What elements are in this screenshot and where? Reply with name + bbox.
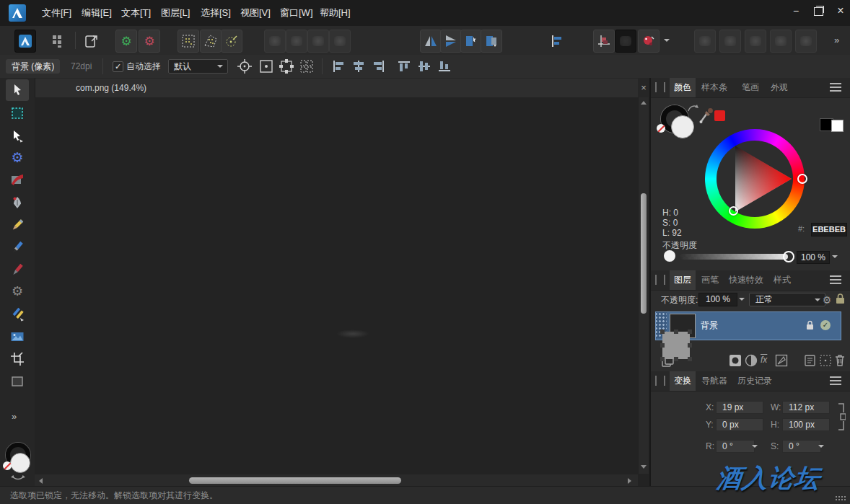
mask-layer-button[interactable] — [729, 354, 742, 367]
alignment-button[interactable] — [546, 30, 567, 53]
canvas-viewport[interactable] — [35, 97, 649, 486]
panel-menu-icon[interactable] — [830, 82, 843, 92]
align-middle-button[interactable] — [416, 58, 432, 74]
color-wells[interactable] — [4, 443, 30, 483]
designer-persona-button[interactable] — [14, 30, 36, 53]
layer-visibility-toggle[interactable]: ✓ — [820, 320, 831, 330]
panel-menu-icon[interactable] — [830, 275, 843, 285]
transform-origin-button[interactable] — [237, 58, 253, 74]
menu-select[interactable]: 选择[S] — [196, 0, 235, 26]
s-field[interactable]: 0 ° — [782, 440, 821, 453]
menu-layer[interactable]: 图层[L] — [157, 0, 194, 26]
close-button[interactable]: × — [828, 0, 850, 22]
x-field[interactable]: 19 px — [716, 401, 763, 414]
menu-text[interactable]: 文本[T] — [117, 0, 155, 26]
minimize-button[interactable]: − — [784, 0, 808, 22]
maximize-button[interactable] — [807, 0, 831, 22]
horizontal-scroll-thumb[interactable] — [189, 477, 401, 484]
pixel-grid-button[interactable] — [299, 58, 315, 74]
tab-styles[interactable]: 样式 — [769, 270, 795, 290]
pencil-tool-button[interactable] — [6, 214, 29, 236]
layer-lock-icon[interactable] — [836, 293, 845, 304]
rectangle-tool-button[interactable] — [6, 371, 29, 392]
tab-stroke[interactable]: 笔画 — [737, 78, 763, 97]
panel-menu-icon[interactable] — [830, 376, 843, 386]
red-gear-button[interactable]: ⚙ — [139, 30, 160, 53]
menu-help[interactable]: 帮助[H] — [315, 0, 355, 26]
red-brush-tool-button[interactable] — [6, 259, 29, 280]
green-gear-button[interactable]: ⚙ — [115, 30, 137, 53]
tab-swatches[interactable]: 样本条 — [697, 78, 732, 97]
hex-input[interactable]: EBEBEB — [811, 223, 847, 236]
new-layer-button[interactable] — [804, 354, 817, 367]
hue-selector[interactable] — [797, 174, 807, 184]
opacity-slider-thumb[interactable] — [783, 251, 794, 262]
scroll-up-icon[interactable] — [641, 101, 647, 105]
auto-select-checkbox[interactable]: ✓ — [113, 61, 123, 72]
eyedropper-icon[interactable] — [698, 107, 714, 124]
layer-opacity-field[interactable]: 100 % — [698, 293, 737, 306]
tab-color[interactable]: 颜色 — [670, 78, 696, 97]
toolbar-overflow-button[interactable]: » — [834, 26, 839, 55]
move-forward-button[interactable] — [460, 30, 482, 53]
tab-close-button[interactable]: × — [638, 79, 649, 97]
blend-mode-dropdown[interactable]: 正常 — [749, 293, 825, 306]
vertical-scroll-thumb[interactable] — [641, 193, 647, 314]
opacity-slider[interactable] — [680, 254, 788, 260]
flip-horizontal-button[interactable] — [420, 30, 442, 53]
show-origin-button[interactable] — [258, 58, 274, 74]
marquee-select-button[interactable] — [178, 30, 199, 53]
menu-window[interactable]: 窗口[W] — [276, 0, 317, 26]
move-backward-button[interactable] — [481, 30, 502, 53]
selection-wand-button[interactable] — [221, 30, 242, 53]
w-field[interactable]: 112 px — [782, 401, 830, 414]
tab-appearance[interactable]: 外观 — [766, 78, 792, 97]
lasso-select-button[interactable] — [200, 30, 222, 53]
persona-grid-button[interactable] — [48, 30, 69, 53]
transform-anchor-widget[interactable] — [662, 332, 690, 359]
align-right-button[interactable] — [371, 58, 387, 74]
menu-view[interactable]: 视图[V] — [236, 0, 275, 26]
bounding-box-button[interactable] — [279, 58, 294, 74]
s-chevron[interactable] — [818, 445, 824, 448]
scroll-down-icon[interactable] — [641, 465, 647, 469]
tab-brushes[interactable]: 画笔 — [697, 270, 723, 290]
panel-grip-icon[interactable] — [655, 376, 665, 386]
fill-color-well[interactable] — [671, 115, 694, 138]
pen-tool-button[interactable] — [6, 192, 29, 213]
snapping-grid-button[interactable] — [593, 30, 615, 53]
white-swatch[interactable] — [831, 120, 844, 132]
crop-tool-button[interactable] — [6, 348, 29, 370]
panel-grip-icon[interactable] — [655, 82, 665, 92]
marquee-tool-button[interactable] — [6, 102, 29, 124]
rotation-snap-button[interactable] — [638, 30, 660, 53]
align-bottom-button[interactable] — [437, 58, 452, 74]
adjustment-layer-button[interactable] — [745, 354, 758, 367]
preset-dropdown[interactable]: 默认 — [168, 59, 228, 74]
vector-mask-button[interactable] — [775, 354, 788, 367]
color-selector-wells[interactable] — [661, 105, 701, 146]
y-field[interactable]: 0 px — [716, 418, 763, 431]
tab-navigator[interactable]: 导航器 — [697, 371, 732, 391]
export-persona-button[interactable] — [81, 30, 102, 53]
flip-vertical-button[interactable] — [440, 30, 462, 53]
document-tab[interactable]: com.png (149.4%) — [35, 79, 638, 97]
scroll-left-icon[interactable] — [39, 478, 43, 484]
scroll-right-icon[interactable] — [628, 478, 631, 484]
swap-colors-icon[interactable] — [687, 104, 698, 114]
node-tool-button[interactable] — [6, 125, 29, 147]
horizontal-scrollbar[interactable] — [35, 474, 638, 487]
r-field[interactable]: 0 ° — [716, 440, 755, 453]
resize-grip[interactable] — [835, 495, 846, 502]
multi-brush-tool-button[interactable] — [6, 304, 29, 325]
tab-layers[interactable]: 图层 — [670, 270, 696, 290]
vertical-scrollbar[interactable] — [638, 97, 649, 474]
gray-gear-tool-button[interactable]: ⚙ — [6, 280, 29, 302]
move-tool-button[interactable] — [6, 79, 29, 101]
vector-crop-tool-button[interactable] — [6, 169, 29, 191]
tab-history[interactable]: 历史记录 — [733, 371, 776, 391]
saturation-selector[interactable] — [729, 206, 738, 216]
toolstrip-overflow-button[interactable]: » — [12, 410, 17, 424]
snap-dropdown-chevron[interactable] — [664, 39, 670, 42]
delete-layer-button[interactable] — [834, 354, 846, 367]
